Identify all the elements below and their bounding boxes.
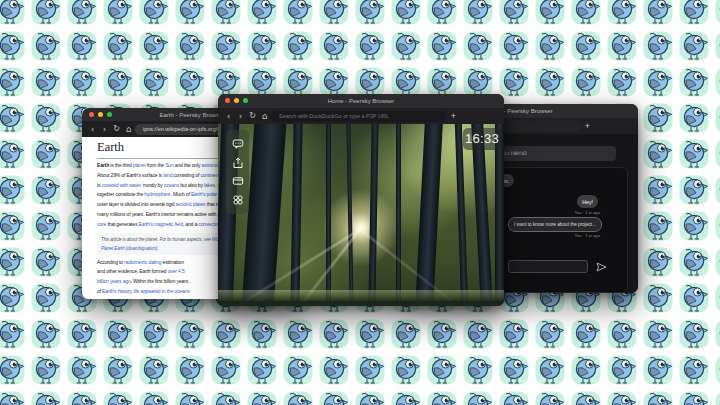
titlebar[interactable]: Home - Peersky Browser (218, 94, 504, 108)
bird-tile (0, 388, 28, 405)
bird-tile (388, 0, 424, 28)
bird-tile (640, 100, 676, 136)
bird-tile (28, 64, 64, 100)
share-icon[interactable] (232, 157, 244, 169)
bird-tile (64, 28, 100, 64)
bird-tile (352, 352, 388, 388)
bird-tile (640, 352, 676, 388)
wiki-link[interactable]: Earth's atmosphere (138, 298, 179, 299)
new-tab-button[interactable]: + (447, 108, 460, 124)
bird-tile (532, 316, 568, 352)
wiki-link[interactable]: tectonic plates (176, 201, 206, 207)
forward-icon[interactable]: › (99, 121, 110, 137)
bird-tile (676, 0, 712, 28)
zoom-button[interactable] (243, 98, 248, 103)
bird-tile (640, 388, 676, 405)
wiki-link[interactable]: radiometric dating (124, 259, 161, 265)
bird-tile (172, 0, 208, 28)
chat-icon[interactable] (232, 138, 244, 150)
wiki-link[interactable]: life appeared in the oceans (134, 288, 190, 294)
wiki-link[interactable]: oceans (164, 182, 179, 188)
bird-tile (388, 388, 424, 405)
bird-tile (100, 0, 136, 28)
bird-tile (676, 388, 712, 405)
home-icon[interactable]: ⌂ (259, 108, 270, 124)
bird-tile (640, 136, 676, 172)
zoom-button[interactable] (107, 112, 112, 117)
bird-tile (208, 0, 244, 28)
bird-tile (388, 28, 424, 64)
message-meta: You · 1 w ago (575, 233, 600, 238)
bird-tile (0, 100, 28, 136)
bird-tile (604, 28, 640, 64)
wiki-link[interactable]: planet (133, 162, 146, 168)
bird-tile (244, 316, 280, 352)
bird-tile (568, 388, 604, 405)
bird-tile (460, 0, 496, 28)
bird-tile (64, 0, 100, 28)
wiki-link[interactable]: over 4.5 (168, 268, 185, 274)
bird-tile (280, 316, 316, 352)
wiki-link[interactable]: covered with water (102, 182, 141, 188)
bird-tile (0, 64, 28, 100)
bird-tile (424, 28, 460, 64)
bird-tile (28, 352, 64, 388)
bird-tile (172, 28, 208, 64)
bird-tile (676, 316, 712, 352)
home-icon[interactable]: ⌂ (123, 121, 134, 137)
close-button[interactable] (89, 112, 94, 117)
reload-icon[interactable]: ↻ (247, 108, 258, 124)
window-controls (225, 98, 248, 103)
wiki-link[interactable]: billion years ago (97, 278, 131, 284)
bird-tile (604, 352, 640, 388)
bird-tile (172, 64, 208, 100)
bird-tile (604, 64, 640, 100)
bird-tile (136, 388, 172, 405)
bird-tile (136, 316, 172, 352)
tree-trunk (470, 124, 493, 306)
bird-tile (208, 28, 244, 64)
bird-tile (28, 172, 64, 208)
bird-tile (172, 316, 208, 352)
wiki-link[interactable]: land (163, 172, 172, 178)
wiki-link[interactable]: lakes (204, 182, 215, 188)
bird-tile (172, 388, 208, 405)
bird-tile (172, 352, 208, 388)
message-bubble: I want to know more about the project... (508, 217, 602, 232)
bird-tile (460, 28, 496, 64)
bird-tile (316, 0, 352, 28)
peers-icon[interactable] (232, 194, 244, 206)
reload-icon[interactable]: ↻ (111, 121, 122, 137)
wiki-link[interactable]: Earth's history (102, 288, 131, 294)
new-tab-button[interactable]: + (581, 118, 594, 134)
bird-tile (28, 208, 64, 244)
window-title: Home - Peersky Browser (218, 98, 504, 104)
minimize-button[interactable] (98, 112, 103, 117)
back-icon[interactable]: ‹ (223, 108, 234, 124)
wiki-link[interactable]: Sun (165, 162, 173, 168)
minimize-button[interactable] (234, 98, 239, 103)
bird-tile (496, 352, 532, 388)
wiki-link[interactable]: Earth's magnetic field (139, 221, 183, 227)
wiki-link[interactable]: hydrosphere (144, 191, 170, 197)
bird-tile (136, 0, 172, 28)
bird-tile (0, 208, 28, 244)
wiki-link[interactable]: core (97, 221, 106, 227)
back-icon[interactable]: ‹ (87, 121, 98, 137)
forward-icon[interactable]: › (235, 108, 246, 124)
bird-tile (28, 316, 64, 352)
clock: 16:33 (463, 128, 501, 150)
tree-trunk (414, 124, 443, 306)
bird-tile (28, 244, 64, 280)
bird-tile (712, 100, 720, 136)
wallet-icon[interactable] (232, 175, 244, 187)
search-input[interactable] (271, 111, 446, 122)
close-button[interactable] (225, 98, 230, 103)
wiki-link[interactable]: Planet Earth (disambiguation) (101, 246, 157, 251)
bird-tile (100, 388, 136, 405)
chat-input[interactable] (508, 260, 588, 273)
bird-tile (712, 280, 720, 316)
bird-tile (0, 280, 28, 316)
bird-tile (244, 28, 280, 64)
send-button[interactable] (594, 260, 608, 273)
